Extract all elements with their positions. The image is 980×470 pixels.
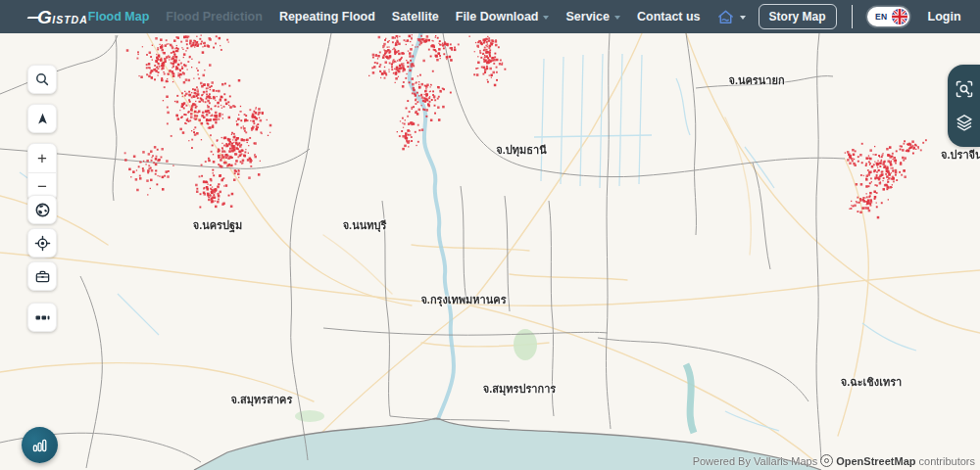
zoom-in-button[interactable]: + [28, 144, 56, 173]
chevron-down-icon [614, 16, 620, 20]
flood-home-dropdown[interactable] [716, 8, 746, 26]
measure-button[interactable] [27, 303, 57, 332]
chevron-down-icon [740, 16, 746, 20]
globe-button[interactable] [27, 195, 57, 224]
flood-house-icon [716, 8, 735, 26]
openstreetmap-logo-icon [820, 454, 833, 467]
locate-button[interactable] [27, 228, 57, 258]
openstreetmap-link[interactable]: OpenStreetMap [836, 455, 915, 467]
nav-item-contact-us[interactable]: Contact us [637, 10, 701, 24]
north-arrow-icon [35, 112, 50, 126]
compass-north-button[interactable] [27, 104, 57, 133]
search-icon [34, 71, 50, 87]
top-navbar: GISTDA Flood MapFlood PredictionRepeatin… [0, 0, 980, 33]
crosshair-locate-icon [34, 235, 51, 252]
language-toggle[interactable]: EN [867, 7, 908, 26]
globe-icon [34, 202, 51, 218]
nav-item-repeating-flood[interactable]: Repeating Flood [279, 10, 375, 24]
nav-item-file-download[interactable]: File Download [456, 10, 550, 24]
bar-chart-icon [30, 436, 49, 454]
scan-search-icon [955, 79, 974, 99]
briefcase-icon [34, 268, 51, 285]
nav-item-service[interactable]: Service [565, 10, 619, 24]
nav-right-group: Story Map EN Login [716, 4, 961, 29]
layers-icon [955, 113, 974, 132]
nav-item-flood-prediction[interactable]: Flood Prediction [166, 10, 263, 24]
map-attribution: Powered By Vallaris Maps OpenStreetMap c… [693, 454, 975, 467]
uk-flag-icon [892, 9, 907, 24]
story-map-button[interactable]: Story Map [759, 4, 837, 29]
contributors-text: contributors [919, 455, 975, 467]
chevron-down-icon [543, 16, 549, 20]
language-label: EN [875, 12, 887, 22]
gistda-logo[interactable]: GISTDA [27, 8, 88, 26]
map-canvas[interactable]: จ.นครนายกจ.ปทุมธานีจ.ปราจีนบุรีจ.นครปฐมจ… [0, 0, 980, 470]
flood-points-layer [0, 0, 980, 470]
zoom-area-button[interactable] [955, 79, 974, 99]
logo-text: G [37, 8, 52, 26]
nav-item-satellite[interactable]: Satellite [392, 10, 439, 24]
nav-item-flood-map[interactable]: Flood Map [88, 10, 150, 24]
map-tools-panel [948, 65, 980, 147]
nav-menu: Flood MapFlood PredictionRepeating Flood… [88, 10, 701, 24]
nav-divider [852, 5, 854, 28]
login-button[interactable]: Login [928, 10, 961, 24]
zoom-control: + − [27, 143, 57, 202]
toolbox-button[interactable] [27, 261, 57, 291]
powered-by-text: Powered By Vallaris Maps [693, 455, 818, 467]
statistics-chart-button[interactable] [22, 427, 58, 463]
layers-button[interactable] [955, 113, 974, 132]
search-button[interactable] [27, 65, 57, 94]
dashed-line-icon [34, 309, 51, 326]
